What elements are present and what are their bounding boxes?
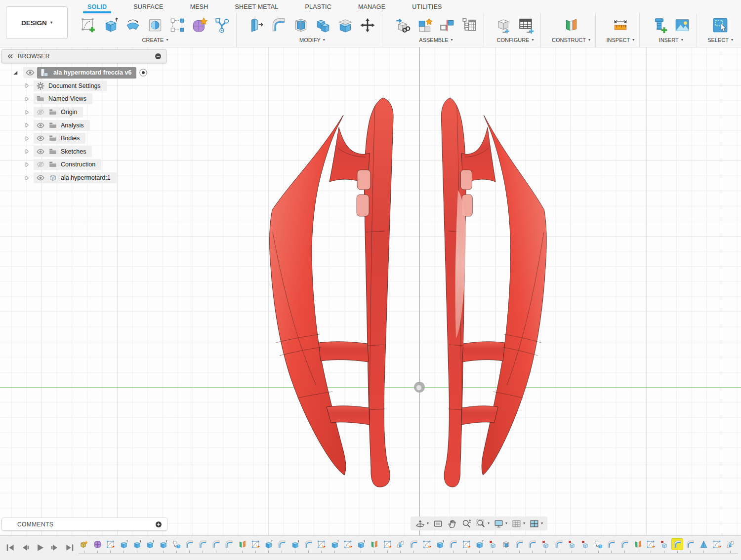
visibility-toggle-icon[interactable] [36,121,45,130]
create-sketch-icon[interactable] [79,16,98,35]
rectangular-pattern-icon[interactable] [168,16,187,35]
timeline-feature-extrude[interactable] [157,539,170,553]
browser-item-origin[interactable]: Origin [1,106,166,119]
timeline-feature-delete[interactable] [539,539,552,553]
collapse-panel-icon[interactable] [6,52,15,61]
timeline-feature-delete[interactable] [658,539,671,553]
orbit-button[interactable]: ▾ [413,517,431,530]
timeline-feature-sketch[interactable] [381,539,394,553]
timeline-feature-move[interactable] [592,539,605,553]
timeline-feature-sketch[interactable] [104,539,117,553]
tab-manage[interactable]: MANAGE [345,0,399,13]
hole-icon[interactable] [146,16,165,35]
skip-end-button[interactable] [64,542,75,553]
timeline-feature-fillet[interactable] [684,539,698,553]
configure-icon[interactable] [494,16,513,35]
window-zoom-button[interactable]: ▾ [474,517,492,530]
tab-mesh[interactable]: MESH [177,0,222,13]
timeline-feature-extrude[interactable] [143,539,157,553]
group-create-dropdown[interactable]: CREATE▾ [142,37,168,43]
browser-root-row[interactable]: ala hypermotard freccia v6 [1,66,166,80]
timeline-feature-extrude[interactable] [262,539,276,553]
timeline-feature-fillet[interactable] [302,539,315,553]
tab-sheet-metal[interactable]: SHEET METAL [222,0,292,13]
timeline-feature-fillet[interactable] [196,539,209,553]
expand-caret-icon[interactable] [23,135,31,142]
expand-caret-icon[interactable] [23,95,31,103]
timeline-feature-emboss[interactable] [724,539,737,553]
group-configure-dropdown[interactable]: CONFIGURE▾ [496,37,534,43]
visibility-toggle-icon[interactable] [36,160,45,169]
tab-surface[interactable]: SURFACE [120,0,176,13]
timeline-feature-fillet[interactable] [552,539,566,553]
construction-plane-icon[interactable] [562,16,580,35]
timeline-feature-extrude[interactable] [130,539,144,553]
timeline-feature-sketch[interactable] [420,539,434,553]
timeline-feature-move[interactable] [170,539,183,553]
shell-icon[interactable] [291,16,310,35]
group-construct-dropdown[interactable]: CONSTRUCT▾ [552,37,590,43]
expand-caret-icon[interactable] [23,174,31,182]
create-form-icon[interactable] [190,16,209,35]
extrude-icon[interactable] [101,16,120,35]
timeline-feature-extrude[interactable] [117,539,130,553]
tab-solid[interactable]: SOLID [74,0,120,13]
timeline-feature-loft[interactable] [697,539,710,553]
viewports-button[interactable]: ▾ [527,517,545,530]
measure-icon[interactable] [611,16,630,35]
timeline-feature-fillet[interactable] [275,539,288,553]
visibility-toggle-icon[interactable] [36,134,45,143]
timeline-feature-sketch[interactable] [710,539,724,553]
add-comment-icon[interactable] [155,520,163,528]
timeline-feature-delete[interactable] [578,539,592,553]
visibility-toggle-icon[interactable] [36,173,45,182]
timeline-feature-box[interactable] [499,539,513,553]
browser-item-document-settings[interactable]: Document Settings [1,80,166,93]
timeline-feature-fillet[interactable] [513,539,526,553]
activate-component-radio[interactable] [139,68,148,77]
timeline-feature-construction-plane[interactable] [368,539,381,553]
timeline-feature-sketch[interactable] [315,539,328,553]
expand-caret-icon[interactable] [23,161,31,168]
timeline-feature-construction-plane[interactable] [631,539,645,553]
timeline-feature-fillet[interactable] [618,539,631,553]
browser-item-bodies[interactable]: Bodies [1,132,166,145]
timeline-feature-construction-plane[interactable] [236,539,249,553]
timeline-feature-fillet[interactable] [526,539,539,553]
timeline-ruler[interactable] [79,554,738,554]
step-back-button[interactable] [20,542,31,553]
expand-caret-open-icon[interactable] [12,69,19,77]
pan-button[interactable] [445,517,459,530]
zoom-button[interactable] [459,517,474,530]
timeline-feature-fillet[interactable] [671,539,684,553]
browser-item-ala-hypermotard-1[interactable]: ala hypermotard:1 [1,171,166,185]
group-insert-dropdown[interactable]: INSERT▾ [659,37,683,43]
new-component-icon[interactable] [415,16,434,35]
browser-header[interactable]: BROWSER [1,49,166,63]
configuration-table-icon[interactable] [517,16,535,35]
timeline-feature-fillet[interactable] [605,539,618,553]
timeline-feature-fillet[interactable] [209,539,223,553]
group-modify-dropdown[interactable]: MODIFY▾ [299,37,325,43]
visibility-toggle-icon[interactable] [36,147,45,156]
group-select-dropdown[interactable]: SELECT▾ [707,37,733,43]
revolve-icon[interactable] [124,16,142,35]
timeline-feature-extrude[interactable] [434,539,447,553]
minimize-browser-icon[interactable] [154,52,162,60]
move-copy-icon[interactable] [358,16,377,35]
timeline-feature-fillet[interactable] [183,539,197,553]
fillet-icon[interactable] [269,16,288,35]
insert-canvas-icon[interactable] [673,16,692,35]
generative-study-icon[interactable] [212,16,231,35]
combine-icon[interactable] [314,16,332,35]
comments-bar[interactable]: COMMENTS [1,518,167,531]
visibility-toggle-icon[interactable] [36,108,45,117]
grid-settings-button[interactable]: ▾ [509,517,527,530]
expand-caret-icon[interactable] [23,109,31,116]
joint-icon[interactable] [438,16,456,35]
timeline-feature-extrude[interactable] [288,539,302,553]
timeline-feature-emboss[interactable] [394,539,408,553]
browser-item-sketches[interactable]: Sketches [1,145,166,159]
display-settings-button[interactable]: ▾ [492,517,509,530]
timeline-feature-component[interactable] [78,539,91,553]
